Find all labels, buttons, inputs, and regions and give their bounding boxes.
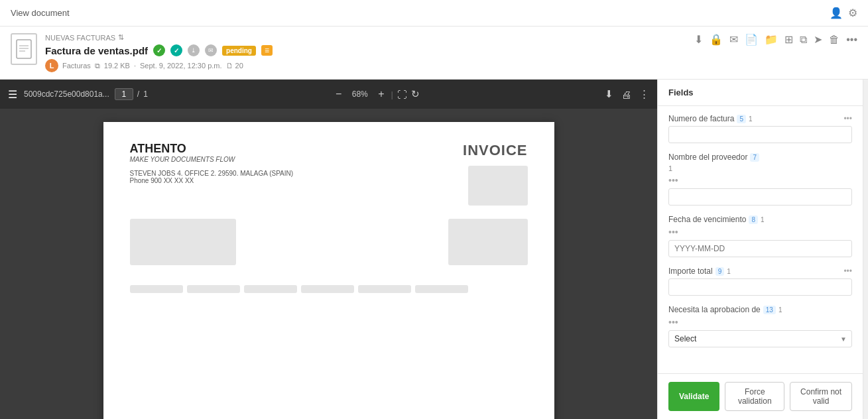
blurred-col-2 xyxy=(448,219,528,265)
file-icon[interactable]: 📁 xyxy=(765,33,778,46)
field-label-aprobacion: Necesita la aprobacion de 13 1 xyxy=(668,305,852,314)
document-icon xyxy=(11,33,37,65)
doc-header-left: NUEVAS FACTURAS ⇅ Factura de ventas.pdf … xyxy=(11,33,273,72)
company-info: ATHENTO MAKE YOUR DOCUMENTS FLOW STEVEN … xyxy=(130,142,294,184)
rotate-icon[interactable]: ↻ xyxy=(411,88,420,100)
pdf-page: ATHENTO MAKE YOUR DOCUMENTS FLOW STEVEN … xyxy=(103,122,554,419)
fields-header: Fields xyxy=(658,80,863,106)
company-tagline: MAKE YOUR DOCUMENTS FLOW xyxy=(130,156,294,163)
page-count: 🗋 20 xyxy=(226,62,243,70)
page-number-input[interactable] xyxy=(115,88,133,100)
field-dots-aprobacion[interactable]: ••• xyxy=(668,317,852,328)
pdf-icon[interactable]: 📄 xyxy=(745,33,758,46)
field-more-importe[interactable]: ••• xyxy=(843,267,852,276)
field-count-fecha: 1 xyxy=(761,216,765,223)
page-total: 1 xyxy=(143,90,148,99)
page-separator: / xyxy=(137,90,139,99)
top-bar: View document 👤 ⚙ xyxy=(0,0,868,27)
pdf-toolbar: ☰ 5009cdc725e00d801a... / 1 − 68% + | ⛶ … xyxy=(0,80,657,109)
zoom-out-button[interactable]: − xyxy=(333,87,344,101)
divider: | xyxy=(391,90,393,99)
fields-footer: Validate Force validation Confirm not va… xyxy=(658,373,863,419)
aprobacion-select-wrapper: Select ▼ xyxy=(668,330,852,347)
pdf-download-icon[interactable]: ⬇ xyxy=(605,88,613,100)
fit-page-icon[interactable]: ⛶ xyxy=(397,89,407,100)
document-title: Factura de ventas.pdf xyxy=(45,45,148,56)
send-icon[interactable]: ➤ xyxy=(814,33,822,46)
field-dots-proveedor[interactable]: ••• xyxy=(668,175,852,186)
field-count-importe: 1 xyxy=(727,268,731,275)
field-badge-aprobacion: 13 xyxy=(763,306,776,314)
blurred-col-1 xyxy=(130,219,236,265)
field-sublabel-proveedor: 1 xyxy=(668,164,852,172)
validate-button[interactable]: Validate xyxy=(668,382,719,411)
field-label-proveedor: Nombre del proveedor 7 xyxy=(668,152,852,162)
pdf-pagination: / 1 xyxy=(115,88,148,100)
field-dots-fecha[interactable]: ••• xyxy=(668,227,852,237)
more-icon[interactable]: ••• xyxy=(846,34,857,46)
field-badge-fecha: 8 xyxy=(749,215,758,224)
badge-mail: ✉ xyxy=(205,44,217,56)
field-group-importe: Importe total 9 1 ••• xyxy=(668,267,852,296)
pdf-filename: 5009cdc725e00d801a... xyxy=(24,90,109,99)
zoom-level: 68% xyxy=(348,90,371,99)
pdf-more-icon[interactable]: ⋮ xyxy=(639,88,649,100)
badge-gray: ⤓ xyxy=(188,44,200,56)
main-content: ☰ 5009cdc725e00d801a... / 1 − 68% + | ⛶ … xyxy=(0,80,868,419)
page-title: View document xyxy=(11,8,70,18)
pdf-viewer: ☰ 5009cdc725e00d801a... / 1 − 68% + | ⛶ … xyxy=(0,80,657,419)
copy-doc-icon[interactable]: ⧉ xyxy=(800,34,807,46)
user-icon[interactable]: 👤 xyxy=(830,7,843,19)
email-icon[interactable]: ✉ xyxy=(729,33,738,46)
field-group-aprobacion: Necesita la aprobacion de 13 1 ••• Selec… xyxy=(668,305,852,347)
field-label-numero: Numero de factura 5 1 ••• xyxy=(668,114,852,123)
breadcrumb-icon: ⇅ xyxy=(118,33,124,42)
doc-header-actions: ⬇ 🔒 ✉ 📄 📁 ⊞ ⧉ ➤ 🗑 ••• xyxy=(694,33,857,46)
separator: · xyxy=(134,62,136,70)
doc-info-row: L Facturas ⧉ 19.2 KB · Sept. 9, 2022, 12… xyxy=(45,59,273,72)
force-validation-button[interactable]: Force validation xyxy=(725,382,784,411)
badge-pending: pending xyxy=(222,46,256,56)
badge-teal: ✓ xyxy=(170,44,182,56)
doc-title-row: Factura de ventas.pdf ✓ ✓ ⤓ ✉ pending ≡ xyxy=(45,44,273,56)
settings-icon[interactable]: ⚙ xyxy=(848,7,857,19)
pdf-print-icon[interactable]: 🖨 xyxy=(621,89,631,100)
document-header: NUEVAS FACTURAS ⇅ Factura de ventas.pdf … xyxy=(0,27,868,80)
top-bar-actions: 👤 ⚙ xyxy=(830,7,857,19)
breadcrumb: NUEVAS FACTURAS ⇅ xyxy=(45,33,273,42)
nombre-proveedor-input[interactable] xyxy=(668,188,852,206)
invoice-title: INVOICE xyxy=(463,142,527,159)
invoice-blurred-section xyxy=(130,219,528,265)
fields-panel: Fields Numero de factura 5 1 ••• Nombre … xyxy=(657,80,863,419)
field-count-numero: 1 xyxy=(749,115,753,123)
numero-factura-input[interactable] xyxy=(668,126,852,143)
invoice-title-block: INVOICE xyxy=(463,142,527,206)
confirm-not-valid-button[interactable]: Confirm not valid xyxy=(790,382,852,411)
pdf-toolbar-left: ☰ 5009cdc725e00d801a... xyxy=(8,88,109,101)
field-group-numero-factura: Numero de factura 5 1 ••• xyxy=(668,114,852,143)
copy-icon[interactable]: ⧉ xyxy=(95,62,100,70)
aprobacion-select[interactable]: Select xyxy=(668,330,852,347)
badge-lines: ≡ xyxy=(261,45,273,56)
invoice-body xyxy=(130,219,528,293)
download-icon[interactable]: ⬇ xyxy=(694,33,703,46)
lock-icon[interactable]: 🔒 xyxy=(710,33,723,46)
field-group-nombre-proveedor: Nombre del proveedor 7 1 ••• xyxy=(668,152,852,206)
pdf-content: ATHENTO MAKE YOUR DOCUMENTS FLOW STEVEN … xyxy=(0,109,657,419)
doc-metadata: NUEVAS FACTURAS ⇅ Factura de ventas.pdf … xyxy=(45,33,273,72)
hamburger-icon[interactable]: ☰ xyxy=(8,88,17,101)
field-more-numero[interactable]: ••• xyxy=(843,114,852,123)
svg-rect-0 xyxy=(17,40,31,58)
badge-green-1: ✓ xyxy=(153,44,165,56)
zoom-in-button[interactable]: + xyxy=(375,87,387,101)
grid-icon[interactable]: ⊞ xyxy=(784,33,793,46)
field-label-importe: Importe total 9 1 ••• xyxy=(668,267,852,276)
field-count-aprobacion: 1 xyxy=(778,306,782,314)
importe-total-input[interactable] xyxy=(668,278,852,296)
trash-icon[interactable]: 🗑 xyxy=(829,34,839,46)
fecha-vencimiento-input[interactable] xyxy=(668,240,852,257)
folder-name: Facturas xyxy=(62,62,91,70)
file-size: 19.2 KB xyxy=(104,62,130,70)
field-label-fecha: Fecha de vencimiento 8 1 xyxy=(668,215,852,224)
company-address: STEVEN JOBS 4. OFFICE 2. 29590. MALAGA (… xyxy=(130,170,294,184)
